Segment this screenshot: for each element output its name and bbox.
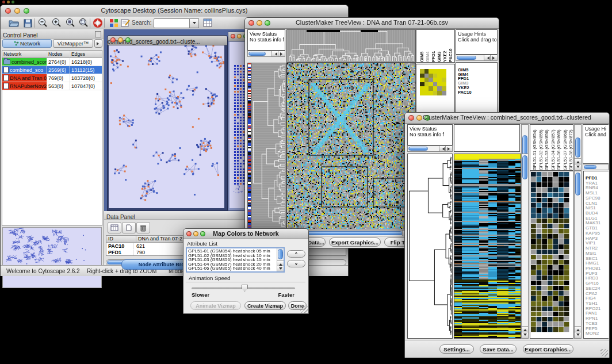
matrix-cell (442, 74, 446, 78)
tv2-status-scrollbar[interactable] (407, 145, 453, 152)
button-save-data[interactable]: Save Data... (480, 344, 517, 354)
matrix-cell (442, 91, 446, 95)
network-list: Network Nodes Edges combined_scores2764(… (2, 50, 102, 226)
zoom-in-icon[interactable] (50, 17, 63, 29)
attribute-listbox[interactable]: GPL51-01 (GSM854) heat shock 05 minGPL51… (186, 247, 285, 273)
minimize-icon[interactable] (237, 34, 242, 39)
scroll-right-icon[interactable] (490, 55, 497, 60)
tv2-column-labels: GPL51-01 (GSM854)GPL51-02 (GSM855)GPL51-… (530, 124, 573, 171)
zoom-window-icon[interactable] (125, 37, 131, 43)
tv1-row-dendrogram[interactable] (251, 63, 286, 229)
move-up-button[interactable]: ^ (287, 250, 305, 258)
animation-speed-label: Animation Speed (187, 275, 232, 281)
tv1-column-dendrogram[interactable] (286, 29, 416, 63)
animate-vizmap-button[interactable]: Animate Vizmap (190, 301, 241, 310)
matrix-cell (437, 78, 442, 82)
listbox-vscrollbar[interactable] (277, 248, 284, 271)
tv2-heatmap-vscrollbar[interactable] (521, 154, 529, 339)
network-window-1: combined_scores_good.txt--cluste... (107, 35, 228, 211)
treeview1-titlebar[interactable]: ClusterMaker TreeView : DNA and Tran 07-… (245, 18, 499, 29)
tv1-status-scrollbar[interactable] (247, 51, 285, 57)
tv1-hints-scrollbar[interactable] (456, 55, 498, 61)
zoom-fit-icon[interactable] (64, 17, 76, 29)
resize-grip[interactable] (300, 305, 308, 313)
network-row[interactable]: combined_scores2764(0)16218(0) (2, 58, 102, 66)
annotation-icon[interactable] (119, 17, 132, 29)
network-list-header[interactable]: Network Nodes Edges (2, 51, 102, 58)
minimize-icon[interactable] (118, 37, 123, 43)
save-icon[interactable] (21, 17, 34, 29)
matrix-cell (433, 78, 438, 82)
matrix-cell (420, 69, 424, 74)
tv2-labels-vscrollbar[interactable] (574, 124, 582, 171)
matrix-cell (429, 78, 433, 82)
float-panel-icon[interactable] (95, 31, 101, 37)
network-row[interactable]: combined_sco2569(6)13112(15) (2, 66, 102, 74)
cropped-traffic-lights (2, 1, 20, 4)
resize-grip[interactable] (600, 349, 608, 357)
help-ring-icon[interactable] (91, 17, 104, 29)
treeview1-title: ClusterMaker TreeView : DNA and Tran 07-… (245, 19, 499, 26)
attribute-select-icon[interactable] (108, 222, 121, 233)
tv2-gene-labels: PFD1YRA1RNR4MSL1SPC98CLN1NIS1BUD4ELG1MAK… (583, 171, 609, 339)
tv2-zoom-heatmap[interactable] (530, 171, 573, 339)
dialog-titlebar[interactable]: Map Colors to Network (183, 229, 308, 239)
col-id: ID (106, 236, 136, 242)
matrix-cell (424, 69, 429, 74)
treeview2-window: ClusterMaker TreeView : combined_scores_… (404, 112, 610, 358)
scroll-right-icon[interactable] (445, 146, 452, 151)
move-down-button[interactable]: v (287, 260, 305, 267)
scroll-right-icon[interactable] (278, 51, 285, 56)
network-canvas-1[interactable] (109, 45, 224, 208)
search-input[interactable] (154, 18, 190, 28)
network-table-icon[interactable] (201, 17, 214, 29)
matrix-cell (424, 78, 429, 82)
matrix-cell (424, 74, 429, 78)
tv2-genes-vscrollbar[interactable] (574, 171, 582, 339)
speed-slider-thumb[interactable] (242, 285, 248, 292)
create-vizmap-button[interactable]: Create Vizmap (244, 301, 286, 310)
network-overview[interactable] (2, 227, 102, 288)
status-welcome: Welcome to Cytoscape 2.6.2 (6, 268, 80, 274)
scroll-down-icon[interactable] (277, 266, 284, 271)
scroll-down-icon[interactable] (522, 332, 528, 338)
delete-attribute-icon[interactable] (136, 222, 150, 233)
treeview2-titlebar[interactable]: ClusterMaker TreeView : combined_scores_… (405, 113, 609, 124)
tv1-heatmap[interactable] (286, 63, 416, 229)
tab-vizmapper[interactable]: VizMapper™ (53, 39, 93, 48)
button-export-graphics[interactable]: Export Graphics... (523, 344, 573, 354)
tv2-heatmap[interactable] (454, 154, 521, 339)
tv2-hints-scrollbar[interactable] (583, 164, 609, 170)
matrix-cell (429, 82, 433, 87)
network-row[interactable]: DNA and Tran 07769(0)183728(0) (2, 74, 102, 82)
zoom-out-icon[interactable] (36, 17, 49, 29)
tv2-gene-label: MON2 (586, 331, 609, 336)
vizmapper-icon[interactable] (108, 17, 120, 29)
network-row[interactable]: RNAPuberNov2+|563(0)107847(0) (2, 82, 102, 90)
matrix-cell (433, 82, 438, 87)
new-attribute-icon[interactable] (122, 222, 136, 233)
matrix-cell (437, 82, 442, 87)
tab-network[interactable]: Network (2, 39, 52, 48)
tv2-column-label: GPL51-04 (GSM857) (550, 125, 556, 170)
open-file-icon[interactable] (7, 17, 20, 29)
close-icon[interactable] (110, 37, 116, 43)
button-settings[interactable]: Settings... (439, 344, 474, 354)
search-dropdown[interactable] (189, 18, 199, 28)
button-export-graphics[interactable]: Export Graphics... (329, 237, 381, 247)
desktop: Cytoscape Desktop (Session Name: collins… (0, 0, 612, 364)
tv2-column-dendrogram[interactable] (454, 124, 520, 152)
main-titlebar[interactable]: Cytoscape Desktop (Session Name: collins… (1, 5, 348, 17)
tv2-column-label: GPL51-01 (GSM854) (532, 125, 538, 170)
attribute-list-item[interactable]: GPL51-07 (GSM868) heat shock 60 min (188, 271, 284, 273)
tab-overflow-arrow[interactable] (94, 39, 102, 48)
close-icon[interactable] (231, 34, 235, 39)
tv2-column-label: GPL51-02 (GSM855) (538, 125, 544, 170)
zoom-selected-icon[interactable] (77, 17, 90, 29)
tv1-column-label: GIM4 (425, 30, 430, 62)
matrix-cell (429, 86, 433, 91)
scroll-down-icon[interactable] (575, 164, 581, 170)
tv2-row-dendrogram[interactable] (407, 154, 453, 339)
scroll-down-icon[interactable] (575, 332, 581, 338)
tv1-view-status: View Status No status info f (247, 29, 285, 51)
